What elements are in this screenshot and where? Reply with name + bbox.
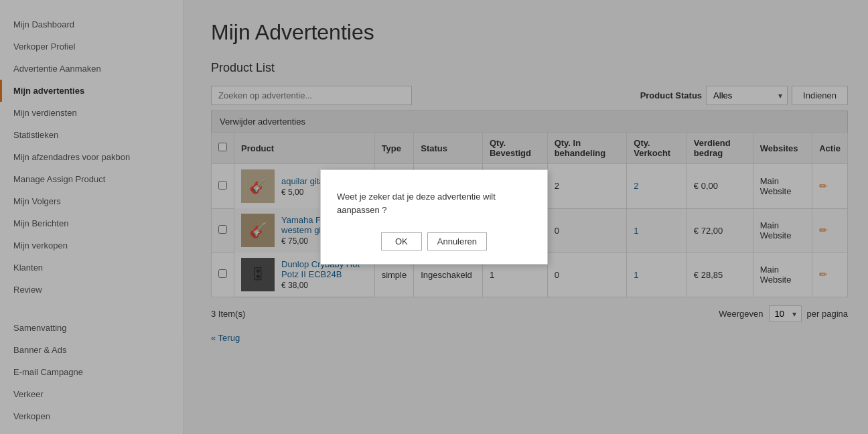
dialog-cancel-button[interactable]: Annuleren	[427, 232, 487, 250]
confirm-dialog: Weet je zeker dat je deze advertentie wi…	[320, 169, 548, 265]
dialog-overlay: Weet je zeker dat je deze advertentie wi…	[0, 0, 868, 434]
dialog-message: Weet je zeker dat je deze advertentie wi…	[337, 190, 531, 216]
dialog-ok-button[interactable]: OK	[381, 232, 422, 250]
dialog-buttons: OK Annuleren	[337, 232, 531, 250]
